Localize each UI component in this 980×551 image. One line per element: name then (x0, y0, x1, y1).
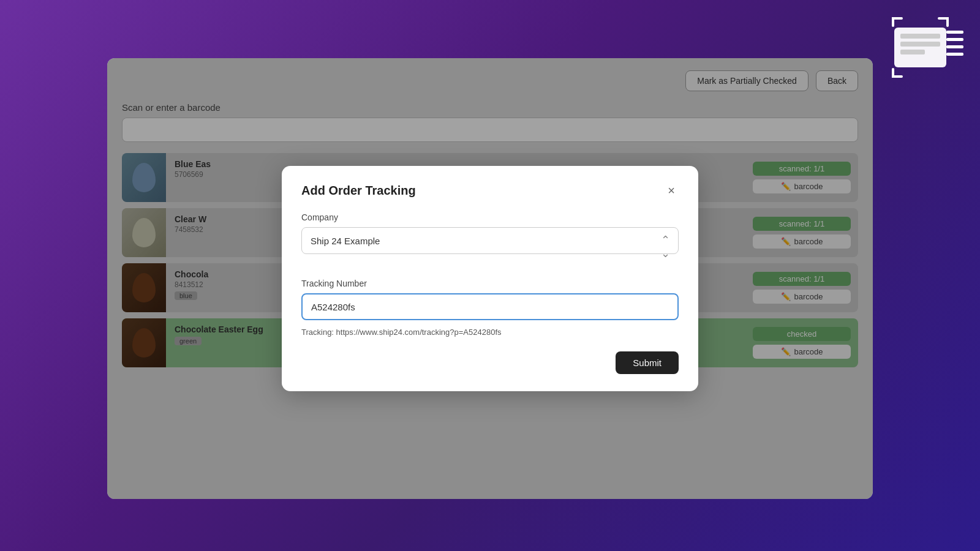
company-select-wrapper: Ship 24 Example FedEx UPS DHL ⌃⌄ (301, 227, 679, 266)
modal-header: Add Order Tracking × (301, 183, 679, 198)
svg-rect-3 (900, 50, 925, 54)
app-logo (888, 12, 968, 80)
svg-rect-2 (900, 42, 940, 47)
tracking-number-input[interactable] (301, 293, 679, 320)
main-panel: Mark as Partially Checked Back Scan or e… (107, 58, 873, 499)
svg-rect-6 (946, 45, 963, 48)
modal-close-button[interactable]: × (664, 183, 679, 198)
svg-rect-5 (946, 38, 963, 41)
add-order-tracking-modal: Add Order Tracking × Company Ship 24 Exa… (282, 166, 698, 391)
tracking-number-label: Tracking Number (301, 279, 679, 288)
modal-footer: Submit (301, 351, 679, 374)
company-label: Company (301, 212, 679, 222)
submit-button[interactable]: Submit (616, 351, 679, 374)
svg-rect-7 (946, 53, 963, 56)
modal-title: Add Order Tracking (301, 184, 416, 198)
svg-rect-4 (946, 31, 963, 34)
svg-rect-1 (900, 34, 940, 39)
svg-rect-0 (894, 28, 946, 67)
company-select[interactable]: Ship 24 Example FedEx UPS DHL (301, 227, 679, 254)
tracking-link: Tracking: https://www.ship24.com/trackin… (301, 328, 679, 337)
